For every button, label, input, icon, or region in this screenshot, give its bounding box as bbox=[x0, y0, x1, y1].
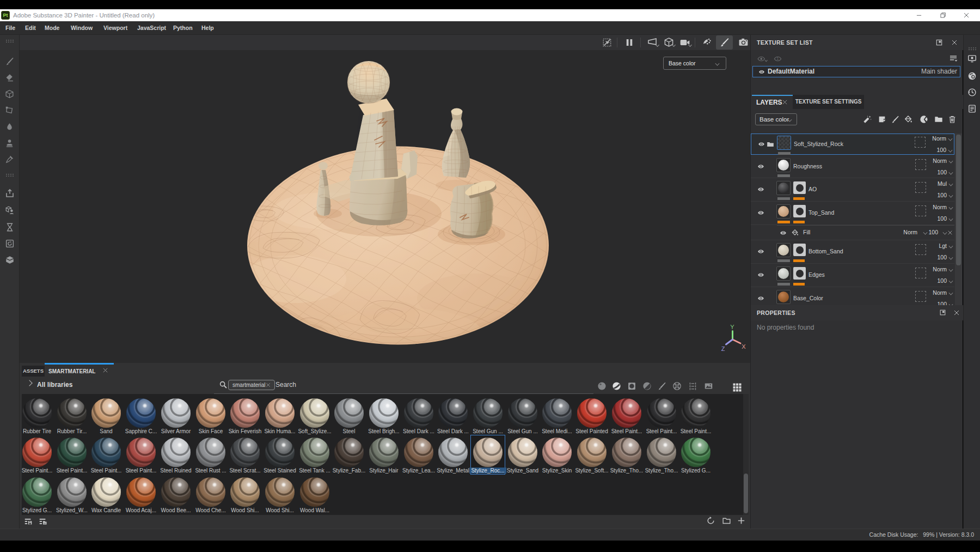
svg-text:Z: Z bbox=[721, 345, 725, 352]
svg-text:Y: Y bbox=[730, 324, 734, 330]
svg-text:X: X bbox=[742, 343, 746, 350]
